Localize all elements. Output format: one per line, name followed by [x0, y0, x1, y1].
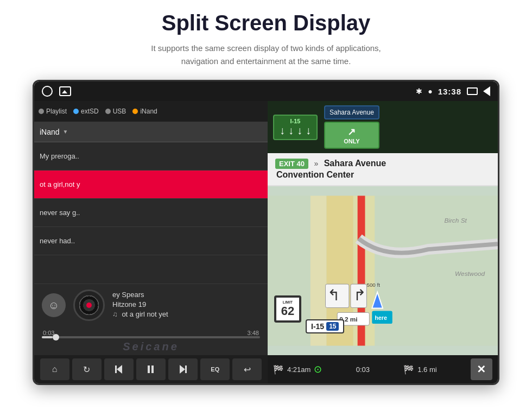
disc-center: [86, 302, 92, 308]
nav-bottom-bar: 🏁 4:21am ⊙ 0:03 🏁 1.6 mi ✕: [268, 355, 498, 383]
radio-dot-playlist: [39, 109, 44, 114]
track-album: Hitzone 19: [112, 300, 260, 308]
return-icon: ↩: [244, 364, 251, 375]
inand-label: iNand: [40, 128, 60, 136]
progress-thumb[interactable]: [53, 334, 59, 341]
time-remaining: 0:03: [356, 365, 370, 374]
source-bar: Playlist extSD USB iNand: [34, 101, 268, 122]
track-song: ♫ ot a girl not yet: [112, 310, 260, 318]
nav-close-button[interactable]: ✕: [471, 358, 492, 380]
only-sign: ↗ ONLY: [324, 122, 379, 149]
time-display: 13:38: [438, 87, 461, 96]
distance-label: 1.6 mi: [417, 365, 436, 374]
return-button[interactable]: ↩: [232, 358, 262, 380]
exit-badge: EXIT 40: [275, 159, 308, 169]
track-artist: ey Spears: [112, 291, 260, 299]
repeat-button[interactable]: ↻: [72, 358, 102, 380]
song-item-3[interactable]: never say g..: [34, 199, 268, 227]
pause-icon: [148, 365, 154, 373]
usb-label: USB: [113, 108, 126, 115]
artist-avatar: ☺: [42, 293, 66, 317]
map-svg: Birch St Westwood here 0.2 mi 500 ft ↰: [268, 186, 498, 355]
only-label: ONLY: [344, 138, 360, 144]
arrival-time: 4:21am: [287, 365, 311, 374]
song-item-2[interactable]: ot a girl,not y: [34, 171, 268, 199]
music-panel: Playlist extSD USB iNand iNand ▼: [34, 101, 268, 383]
device-frame: ✱ ● 13:38 Playlist extSD: [33, 80, 499, 385]
playlist-label: Playlist: [46, 108, 67, 115]
watermark: Seicane: [123, 341, 179, 352]
next-button[interactable]: [168, 358, 198, 380]
source-extsd[interactable]: extSD: [73, 108, 99, 115]
i15-sign: I-15 15: [306, 319, 344, 333]
status-bar: ✱ ● 13:38: [34, 81, 498, 101]
time-remaining-info: 0:03: [356, 365, 370, 374]
inand-selector[interactable]: iNand ▼: [34, 122, 268, 142]
exit-info: EXIT 40 » Sahara Avenue Convention Cente…: [268, 153, 498, 186]
person-icon: ☺: [48, 299, 59, 312]
svg-text:Westwood: Westwood: [455, 270, 485, 278]
progress-bar-fill: [42, 336, 53, 338]
player-area: ☺ ey Spears Hitzone 19 ♫ ot a girl not y…: [34, 283, 268, 326]
song-item-1[interactable]: My preroga..: [34, 142, 268, 171]
destination-text: Sahara Avenue: [324, 159, 386, 168]
track-info: ey Spears Hitzone 19 ♫ ot a girl not yet: [112, 291, 260, 320]
home-button[interactable]: ⌂: [40, 358, 69, 380]
main-area: Playlist extSD USB iNand iNand ▼: [34, 101, 498, 383]
arrow-2: ↓: [288, 124, 294, 137]
interstate-badge: 15: [326, 322, 339, 331]
pause-button[interactable]: [136, 358, 166, 380]
arrival-info: 🏁 4:21am ⊙: [273, 363, 322, 375]
image-icon: [59, 86, 71, 96]
progress-container: 0:03 3:48 Seicane: [34, 326, 268, 355]
radio-dot-inand: [132, 109, 138, 114]
clock-icon: ⊙: [314, 363, 322, 375]
arrow-3: ↓: [297, 124, 302, 137]
screen-icon: [467, 87, 478, 95]
location-icon: ●: [428, 87, 432, 96]
navigation-panel: I-15 ↓ ↓ ↓ ↓ Sahara Avenue ↗ ONLY: [268, 101, 498, 383]
circle-icon: [42, 86, 53, 97]
progress-bar-track[interactable]: [42, 336, 260, 338]
source-inand-tab[interactable]: iNand: [132, 108, 157, 115]
flag-start-icon: 🏁: [273, 364, 284, 375]
page-title: Split Screen Display: [162, 11, 371, 35]
svg-text:Birch St: Birch St: [444, 217, 467, 224]
radio-dot-extsd: [73, 109, 79, 114]
inand-tab-label: iNand: [140, 108, 157, 115]
status-left: [42, 86, 71, 97]
back-icon: [483, 86, 490, 96]
speed-number: 62: [281, 304, 294, 318]
skip-back-icon: [115, 365, 122, 374]
extsd-label: extSD: [81, 108, 99, 115]
bluetooth-icon: ✱: [416, 87, 422, 96]
svg-text:↱: ↱: [353, 287, 366, 304]
song-item-4[interactable]: never had..: [34, 227, 268, 255]
eq-button[interactable]: EQ: [200, 358, 230, 380]
progress-times: 0:03 3:48: [42, 330, 260, 336]
svg-text:↰: ↰: [327, 287, 340, 304]
only-arrow-icon: ↗: [347, 126, 356, 138]
status-right: ✱ ● 13:38: [416, 86, 490, 96]
source-usb[interactable]: USB: [105, 108, 126, 115]
eq-label: EQ: [211, 366, 219, 373]
speed-sign: LIMIT 62: [274, 295, 301, 323]
distance-info: 🏁 1.6 mi: [403, 364, 436, 375]
song-list: My preroga.. ot a girl,not y never say g…: [34, 142, 268, 283]
arrow-1: ↓: [280, 124, 285, 137]
music-note-icon: ♫: [112, 310, 118, 318]
prev-button[interactable]: [104, 358, 134, 380]
playback-controls: ⌂ ↻: [34, 355, 268, 383]
skip-forward-icon: [180, 365, 187, 374]
flag-end-icon: 🏁: [403, 364, 414, 375]
source-playlist[interactable]: Playlist: [39, 108, 67, 115]
total-time: 3:48: [248, 330, 259, 336]
arrow-4: ↓: [306, 124, 311, 137]
album-disc: [73, 289, 105, 321]
repeat-icon: ↻: [83, 364, 90, 375]
route-name: I-15: [311, 322, 324, 331]
radio-dot-usb: [105, 109, 111, 114]
svg-text:here: here: [375, 314, 387, 321]
highway-signs: I-15 ↓ ↓ ↓ ↓ Sahara Avenue ↗ ONLY: [268, 101, 498, 153]
page-subtitle: It supports the same screen display of t…: [151, 42, 381, 68]
